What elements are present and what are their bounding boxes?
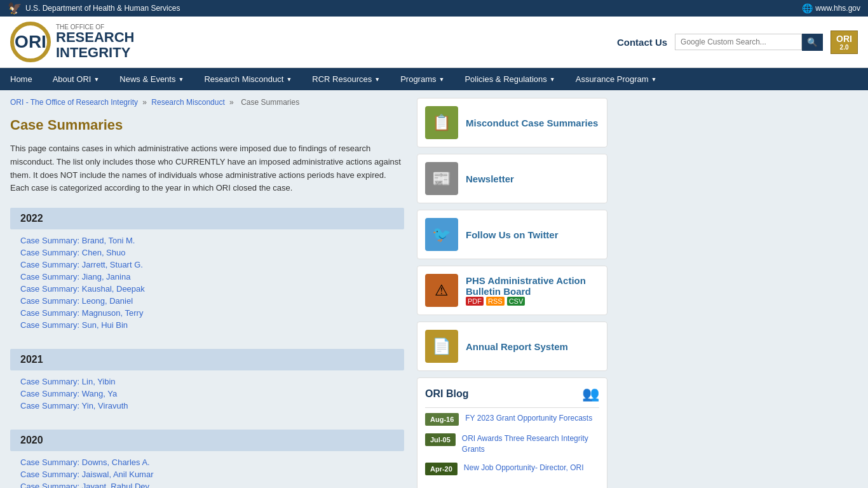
breadcrumb-sep1: »	[142, 98, 147, 107]
year-header-2020: 2020	[10, 430, 404, 451]
case-link[interactable]: Case Summary: Wang, Ya	[20, 388, 394, 400]
main-nav: Home About ORI ▼ News & Events ▼ Researc…	[0, 68, 868, 90]
header-right: Contact Us 🔍 ORI 2.0	[617, 30, 858, 54]
sidebar-card-misconduct[interactable]: 📋Misconduct Case Summaries	[417, 98, 607, 147]
blog-date: Apr-20	[425, 463, 458, 475]
year-section-2021: 2021Case Summary: Lin, YibinCase Summary…	[10, 349, 404, 417]
year-header-2021: 2021	[10, 349, 404, 370]
blog-entry: Aug-16FY 2023 Grant Opportunity Forecast…	[425, 413, 599, 426]
case-link[interactable]: Case Summary: Lin, Yibin	[20, 376, 394, 388]
pdf-badge[interactable]: PDF	[466, 297, 484, 306]
breadcrumb: ORI - The Office of Research Integrity »…	[10, 98, 404, 107]
sidebar: 📋Misconduct Case Summaries📰Newsletter🐦Fo…	[417, 98, 607, 488]
badge-sub: 2.0	[836, 44, 852, 51]
breadcrumb-misconduct[interactable]: Research Misconduct	[151, 98, 224, 107]
ori-logo: ORI	[10, 22, 51, 62]
year-header-2022: 2022	[10, 208, 404, 229]
nav-news[interactable]: News & Events ▼	[109, 68, 194, 90]
blog-entries: Aug-16FY 2023 Grant Opportunity Forecast…	[425, 413, 599, 475]
blog-people-icon: 👥	[582, 386, 599, 402]
page-description: This page contains cases in which admini…	[10, 142, 404, 195]
sidebar-card-annual[interactable]: 📄Annual Report System	[417, 322, 607, 371]
blog-header: ORI Blog 👥	[425, 386, 599, 408]
sidebar-card-twitter[interactable]: 🐦Follow Us on Twitter	[417, 210, 607, 259]
year-links-2021: Case Summary: Lin, YibinCase Summary: Wa…	[10, 370, 404, 417]
newsletter-icon: 📰	[425, 162, 458, 195]
nav-rcr[interactable]: RCR Resources ▼	[302, 68, 390, 90]
sidebar-card-title-twitter: Follow Us on Twitter	[466, 229, 559, 240]
sidebar-card-phs[interactable]: ⚠PHS Administrative Action Bulletin Boar…	[417, 266, 607, 315]
phs-icon: ⚠	[425, 274, 458, 307]
hhs-eagle-icon: 🦅	[8, 1, 22, 15]
nav-home[interactable]: Home	[0, 68, 43, 90]
logo-text: THE OFFICE OF RESEARCH INTEGRITY	[56, 24, 134, 61]
sidebar-card-newsletter[interactable]: 📰Newsletter	[417, 154, 607, 203]
blog-post-link[interactable]: New Job Opportunity- Director, ORI	[464, 463, 584, 473]
nav-misconduct[interactable]: Research Misconduct ▼	[194, 68, 302, 90]
search-button[interactable]: 🔍	[802, 34, 823, 51]
twitter-icon: 🐦	[425, 218, 458, 251]
breadcrumb-sep2: »	[229, 98, 234, 107]
year-section-2020: 2020Case Summary: Downs, Charles A.Case …	[10, 430, 404, 488]
case-link[interactable]: Case Summary: Brand, Toni M.	[20, 234, 394, 247]
sidebar-card-title-annual: Annual Report System	[466, 341, 568, 352]
hhs-branding: 🦅 U.S. Department of Health & Human Serv…	[8, 1, 180, 15]
hhs-website: www.hhs.gov	[815, 4, 860, 13]
page-title: Case Summaries	[10, 117, 404, 133]
years-container: 2022Case Summary: Brand, Toni M.Case Sum…	[10, 208, 404, 488]
integrity-label: INTEGRITY	[56, 44, 134, 61]
badge-top: ORI	[836, 34, 852, 44]
sidebar-card-title-newsletter: Newsletter	[466, 173, 514, 184]
blog-post-link[interactable]: FY 2023 Grant Opportunity Forecasts	[465, 413, 592, 424]
annual-icon: 📄	[425, 330, 458, 363]
logo-area[interactable]: ORI THE OFFICE OF RESEARCH INTEGRITY	[10, 22, 134, 62]
breadcrumb-current: Case Summaries	[241, 98, 299, 107]
sidebar-cards: 📋Misconduct Case Summaries📰Newsletter🐦Fo…	[417, 98, 607, 371]
misconduct-icon: 📋	[425, 106, 458, 139]
main-content: ORI - The Office of Research Integrity »…	[10, 98, 404, 488]
search-bar: 🔍	[675, 34, 823, 51]
blog-date: Aug-16	[425, 413, 459, 426]
blog-post-link[interactable]: ORI Awards Three Research Integrity Gran…	[462, 433, 599, 455]
case-link[interactable]: Case Summary: Downs, Charles A.	[20, 456, 394, 468]
case-link[interactable]: Case Summary: Jiang, Janina	[20, 271, 394, 283]
csv-badge[interactable]: CSV	[507, 297, 526, 306]
ori-badge: ORI 2.0	[831, 30, 858, 54]
sidebar-card-title-phs: PHS Administrative Action Bulletin Board…	[466, 275, 599, 306]
blog-title: ORI Blog	[425, 388, 468, 400]
case-link[interactable]: Case Summary: Sun, Hui Bin	[20, 319, 394, 331]
sidebar-card-title-misconduct: Misconduct Case Summaries	[466, 118, 598, 128]
case-link[interactable]: Case Summary: Leong, Daniel	[20, 295, 394, 307]
blog-date: Jul-05	[425, 433, 456, 446]
breadcrumb-home[interactable]: ORI - The Office of Research Integrity	[10, 98, 138, 107]
case-link[interactable]: Case Summary: Kaushal, Deepak	[20, 283, 394, 295]
logo-letters: ORI	[15, 32, 46, 52]
case-link[interactable]: Case Summary: Jaiswal, Anil Kumar	[20, 468, 394, 480]
nav-about[interactable]: About ORI ▼	[43, 68, 110, 90]
blog-entry: Jul-05ORI Awards Three Research Integrit…	[425, 433, 599, 455]
research-label: RESEARCH	[56, 30, 134, 44]
phs-badges: PDF RSS CSV	[466, 297, 599, 306]
case-link[interactable]: Case Summary: Jayant, Rahul Dev	[20, 480, 394, 488]
globe-icon: 🌐	[802, 3, 813, 13]
hhs-text: U.S. Department of Health & Human Servic…	[25, 4, 180, 13]
hhs-url[interactable]: 🌐 www.hhs.gov	[802, 3, 860, 13]
case-link[interactable]: Case Summary: Jarrett, Stuart G.	[20, 259, 394, 271]
top-bar: 🦅 U.S. Department of Health & Human Serv…	[0, 0, 868, 17]
case-link[interactable]: Case Summary: Yin, Viravuth	[20, 400, 394, 412]
rss-badge[interactable]: RSS	[486, 297, 505, 306]
contact-us-link[interactable]: Contact Us	[617, 37, 667, 48]
blog-entry: Apr-20New Job Opportunity- Director, ORI	[425, 463, 599, 475]
year-links-2022: Case Summary: Brand, Toni M.Case Summary…	[10, 229, 404, 336]
nav-programs[interactable]: Programs ▼	[390, 68, 454, 90]
blog-section: ORI Blog 👥 Aug-16FY 2023 Grant Opportuni…	[417, 377, 607, 488]
nav-policies[interactable]: Policies & Regulations ▼	[454, 68, 565, 90]
year-section-2022: 2022Case Summary: Brand, Toni M.Case Sum…	[10, 208, 404, 336]
site-header: ORI THE OFFICE OF RESEARCH INTEGRITY Con…	[0, 17, 868, 68]
search-input[interactable]	[675, 34, 802, 50]
case-link[interactable]: Case Summary: Magnuson, Terry	[20, 307, 394, 319]
case-link[interactable]: Case Summary: Chen, Shuo	[20, 247, 394, 259]
nav-assurance[interactable]: Assurance Program ▼	[566, 68, 667, 90]
main-layout: ORI - The Office of Research Integrity »…	[0, 90, 868, 488]
year-links-2020: Case Summary: Downs, Charles A.Case Summ…	[10, 451, 404, 488]
